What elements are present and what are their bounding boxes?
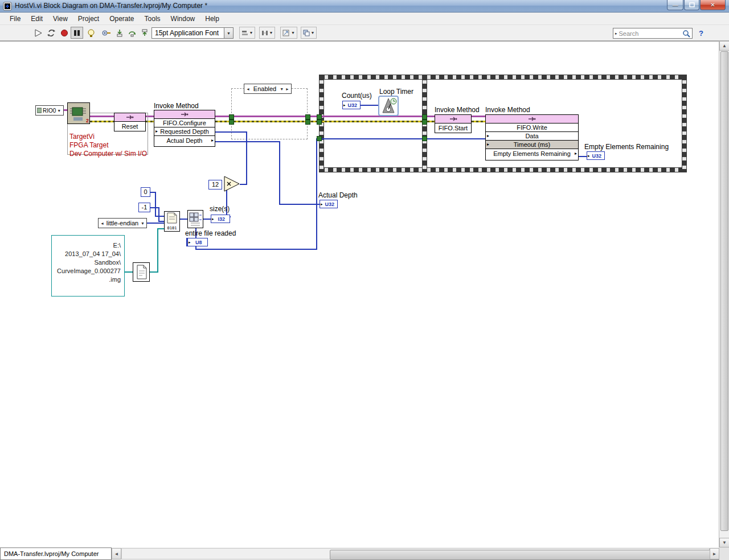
data-wire-segment[interactable] [316,138,422,139]
multiply-function[interactable] [223,175,240,192]
fifo-write-invoke-node[interactable]: FIFO.Write ▸ Data ▸ Timeout (ms) Empty E… [485,114,579,160]
open-file-function[interactable] [133,262,150,282]
empty-elements-wire-segment[interactable] [579,156,587,157]
endianness-constant[interactable]: ◄ little-endian ▼ [98,218,147,228]
tunnel[interactable] [422,114,427,120]
data-wire-segment[interactable] [427,138,485,139]
close-button[interactable]: ✕ [700,0,726,10]
numeric-constant-minus-1[interactable]: -1 [138,203,150,212]
run-continuous-button[interactable] [45,27,58,39]
loop-timer-express-vi[interactable] [378,96,399,116]
step-over-button[interactable] [126,27,138,39]
reorder-objects-dropdown[interactable]: ▼ [301,27,317,39]
distribute-objects-dropdown[interactable]: ▼ [259,27,275,39]
page-left-icon[interactable]: ◄ [246,87,250,91]
invoke-param-row[interactable]: Empty Elements Remaining ▸ [486,149,578,158]
menu-window[interactable]: Window [166,13,200,24]
invoke-param-row[interactable]: ▸ Requested Depth [154,127,215,136]
numeric-constant-12[interactable]: 12 [208,180,222,190]
file-path-constant[interactable]: E:\ 2013_07_04 17_04\ Sandbox\ CurveImag… [51,235,125,297]
enum-left-icon[interactable]: ◄ [100,221,104,225]
flat-sequence-structure-border-bottom[interactable] [319,167,687,172]
title-bar[interactable]: HostVi.vi Block Diagram on DMA-Transfer.… [0,0,729,13]
flat-sequence-structure-border-top[interactable] [319,75,687,80]
multiply-input-wire-segment[interactable] [226,190,227,217]
step-out-button[interactable] [138,27,151,39]
tunnel[interactable] [317,136,322,141]
menu-view[interactable]: View [48,13,73,24]
fpga-resource-constant[interactable]: RIO0 ▼ [35,105,64,116]
status-tab[interactable]: DMA-Transfer.lvproj/My Computer [0,547,112,560]
horizontal-scrollbar-thumb[interactable] [330,550,729,560]
actual-depth-wire-segment[interactable] [279,141,280,205]
error-wire-segment[interactable] [427,121,435,122]
constant-wire-segment[interactable] [158,221,164,222]
scroll-right-button[interactable]: ► [710,548,719,559]
menu-edit[interactable]: Edit [26,13,48,24]
actual-depth-wire-segment[interactable] [279,204,320,205]
block-diagram-canvas[interactable]: RIO0 ▼ TargetVi FPGA Target Dev Computer… [0,41,719,547]
font-selector-dropdown[interactable]: ▼ [224,28,233,38]
path-wire-segment[interactable] [150,271,157,273]
fifo-configure-invoke-node[interactable]: FIFO.Configure ▸ Requested Depth Actual … [154,110,215,147]
invoke-method-name[interactable]: FIFO.Start [435,123,471,132]
vertical-scrollbar[interactable]: ▲ ▼ [719,41,729,547]
tunnel[interactable] [229,114,234,120]
run-button[interactable] [32,27,44,39]
actual-depth-wire-segment[interactable] [215,141,279,142]
tunnel[interactable] [422,136,427,141]
maximize-button[interactable] [684,0,699,10]
search-input[interactable] [619,30,681,37]
disable-structure-selector[interactable]: ◄ Enabled ▼ ► [244,84,292,94]
requested-depth-wire-segment[interactable] [215,131,246,133]
actual-depth-indicator-terminal[interactable]: ▸ U32 [320,200,338,208]
context-help-button[interactable]: ? [696,27,706,39]
size-indicator-terminal[interactable]: ▸ I32 [211,215,230,223]
minimize-button[interactable]: — [667,0,683,10]
file-data-indicator-terminal[interactable]: ▸ U8 [186,238,208,246]
chevron-down-icon[interactable]: ▼ [141,221,145,225]
search-box[interactable]: ▸ [613,28,693,39]
menu-file[interactable]: File [5,13,26,24]
menu-project[interactable]: Project [73,13,104,24]
invoke-param-row[interactable]: ▸ Data [486,132,578,141]
scroll-up-button[interactable]: ▲ [719,41,729,51]
tunnel[interactable] [305,120,310,125]
requested-depth-wire-segment[interactable] [240,184,247,185]
data-wire-segment[interactable] [316,138,317,250]
flat-sequence-structure-border-right[interactable] [682,75,687,172]
invoke-param-row[interactable]: ▸ Timeout (ms) [486,141,578,149]
abort-button[interactable] [58,27,71,39]
menu-operate[interactable]: Operate [104,13,139,24]
constant-wire-segment[interactable] [155,216,164,217]
size-wire-segment[interactable] [203,219,211,220]
path-wire-segment[interactable] [157,228,164,229]
retain-wire-values-button[interactable] [100,27,113,39]
invoke-method-name[interactable]: Reset [114,122,145,130]
tunnel[interactable] [317,114,322,120]
horizontal-scrollbar[interactable] [121,548,710,559]
path-wire-segment[interactable] [157,228,158,273]
requested-depth-wire-segment[interactable] [246,131,247,185]
fifo-start-invoke-node[interactable]: FIFO.Start [435,114,472,133]
path-wire-segment[interactable] [125,271,133,273]
invoke-param-row[interactable]: Actual Depth ▸ [154,136,215,145]
open-fpga-vi-reference-node[interactable]: 2 [67,102,90,124]
tunnel[interactable] [317,120,322,125]
tunnel[interactable] [422,120,427,125]
count-wire-segment[interactable] [361,105,378,106]
menu-help[interactable]: Help [200,13,224,24]
scroll-down-button[interactable]: ▼ [719,538,729,547]
constant-wire-segment[interactable] [150,192,155,193]
page-right-icon[interactable]: ► [285,87,289,91]
reset-invoke-node[interactable]: Reset [114,113,146,131]
constant-wire-segment[interactable] [155,192,156,217]
data-wire-segment[interactable] [195,249,316,250]
pause-button[interactable] [71,27,83,39]
font-selector[interactable]: 15pt Application Font ▼ [151,27,234,39]
constant-wire-segment[interactable] [150,207,158,208]
tunnel[interactable] [229,120,234,125]
resize-grip[interactable] [719,547,729,560]
tunnel[interactable] [305,114,310,120]
menu-tools[interactable]: Tools [140,13,166,24]
